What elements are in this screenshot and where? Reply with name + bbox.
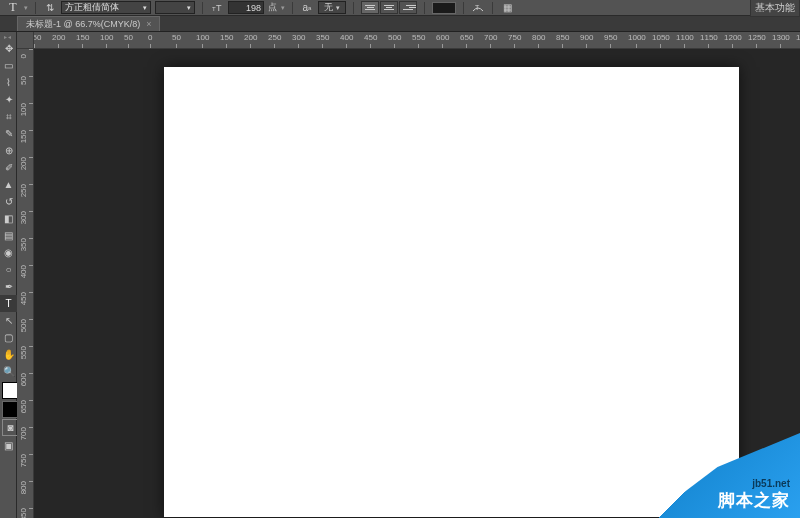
font-size-input[interactable] (228, 1, 264, 14)
ruler-tick: 550 (17, 346, 34, 361)
brush-tool[interactable]: ✐ (0, 159, 17, 176)
aa-icon: aa (300, 1, 314, 15)
ruler-tick: 750 (508, 32, 521, 49)
document-tab-bar: 未标题-1 @ 66.7%(CMYK/8) × (0, 16, 800, 32)
character-panel-icon[interactable]: ▦ (500, 1, 514, 15)
antialias-select[interactable]: 无 ▾ (318, 1, 346, 14)
align-right-button[interactable] (399, 1, 417, 14)
options-bar: T ▾ ⇅ 方正粗倩简体 ▾ ▾ TT 点 ▾ aa 无 ▾ T ▦ 基本功能 (0, 0, 800, 16)
ruler-tick: 300 (292, 32, 305, 49)
orientation-icon[interactable]: ⇅ (43, 1, 57, 15)
ruler-tick: 1300 (772, 32, 790, 49)
ruler-tick: 100 (17, 103, 34, 118)
ruler-tick: 650 (17, 400, 34, 415)
ruler-tick: 1150 (700, 32, 718, 49)
watermark-url: jb51.net (752, 478, 790, 489)
ruler-tick: 250 (34, 32, 41, 49)
path-selection-tool[interactable]: ↖ (0, 312, 17, 329)
ruler-tick: 600 (436, 32, 449, 49)
text-color-swatch[interactable] (432, 2, 456, 14)
blur-tool[interactable]: ◉ (0, 244, 17, 261)
hand-tool[interactable]: ✋ (0, 346, 17, 363)
eyedropper-tool[interactable]: ✎ (0, 125, 17, 142)
ruler-tick: 350 (316, 32, 329, 49)
lasso-tool[interactable]: ⌇ (0, 74, 17, 91)
dodge-tool[interactable]: ○ (0, 261, 17, 278)
ruler-tick: 950 (604, 32, 617, 49)
history-brush-tool[interactable]: ↺ (0, 193, 17, 210)
gradient-tool[interactable]: ▤ (0, 227, 17, 244)
separator (353, 2, 354, 14)
separator (492, 2, 493, 14)
ruler-tick: 700 (17, 427, 34, 442)
magic-wand-tool[interactable]: ✦ (0, 91, 17, 108)
watermark: jb51.net 脚本之家 (650, 433, 800, 518)
ruler-tick: 100 (100, 32, 113, 49)
warp-text-icon[interactable]: T (471, 1, 485, 15)
ruler-tick: 750 (17, 454, 34, 469)
ruler-tick: 450 (364, 32, 377, 49)
ruler-tick: 300 (17, 211, 34, 226)
marquee-tool[interactable]: ▭ (0, 57, 17, 74)
type-tool-indicator: T (6, 1, 20, 15)
ruler-tick: 200 (244, 32, 257, 49)
ruler-tick: 500 (17, 319, 34, 334)
ruler-tick: 900 (580, 32, 593, 49)
align-center-button[interactable] (380, 1, 398, 14)
ruler-tick: 1200 (724, 32, 742, 49)
size-icon: TT (210, 1, 224, 15)
ruler-tick: 250 (17, 184, 34, 199)
ruler-tick: 550 (412, 32, 425, 49)
tool-preset-dropdown[interactable]: ▾ (24, 3, 28, 13)
workspace-label[interactable]: 基本功能 (750, 0, 800, 17)
ruler-tick: 50 (17, 76, 34, 87)
document-tab[interactable]: 未标题-1 @ 66.7%(CMYK/8) × (17, 16, 160, 31)
ruler-tick: 0 (148, 32, 152, 49)
close-tab-icon[interactable]: × (146, 19, 151, 29)
ruler-tick: 150 (76, 32, 89, 49)
clone-stamp-tool[interactable]: ▲ (0, 176, 17, 193)
eraser-tool[interactable]: ◧ (0, 210, 17, 227)
ruler-tick: 600 (17, 373, 34, 388)
zoom-tool[interactable]: 🔍 (0, 363, 17, 380)
font-style-select[interactable]: ▾ (155, 1, 195, 14)
ruler-tick: 1250 (748, 32, 766, 49)
type-tool[interactable]: T (0, 295, 17, 312)
vertical-ruler[interactable]: 0501001502002503003504004505005506006507… (17, 49, 34, 518)
aa-value: 无 (324, 1, 333, 14)
ruler-tick: 1100 (676, 32, 694, 49)
ruler-tick: 400 (340, 32, 353, 49)
ruler-tick: 250 (268, 32, 281, 49)
ruler-tick: 50 (172, 32, 181, 49)
healing-brush-tool[interactable]: ⊕ (0, 142, 17, 159)
ruler-tick: 1350 (796, 32, 800, 49)
align-left-button[interactable] (361, 1, 379, 14)
ruler-tick: 1000 (628, 32, 646, 49)
ruler-tick: 0 (17, 49, 34, 60)
pen-tool[interactable]: ✒ (0, 278, 17, 295)
font-family-select[interactable]: 方正粗倩简体 ▾ (61, 1, 151, 14)
ruler-tick: 1050 (652, 32, 670, 49)
text-align-group (361, 1, 417, 14)
move-tool[interactable]: ✥ (0, 40, 17, 57)
separator (424, 2, 425, 14)
toolbar: ▸◂ ✥▭⌇✦⌗✎⊕✐▲↺◧▤◉○✒T↖▢✋🔍 ◙ ▣ (0, 32, 17, 518)
separator (35, 2, 36, 14)
font-family-value: 方正粗倩简体 (65, 1, 119, 14)
separator (292, 2, 293, 14)
screen-mode-toggle[interactable]: ▣ (0, 437, 17, 454)
svg-text:T: T (212, 6, 216, 12)
ruler-tick: 350 (17, 238, 34, 253)
svg-text:T: T (475, 4, 480, 11)
ruler-tick: 200 (52, 32, 65, 49)
horizontal-ruler[interactable]: 2502001501005005010015020025030035040045… (34, 32, 800, 49)
shape-tool[interactable]: ▢ (0, 329, 17, 346)
separator (463, 2, 464, 14)
size-dropdown[interactable]: ▾ (281, 3, 285, 13)
toolbar-grip[interactable]: ▸◂ (0, 32, 16, 40)
ruler-tick: 850 (17, 508, 34, 518)
crop-tool[interactable]: ⌗ (0, 108, 17, 125)
ruler-tick: 650 (460, 32, 473, 49)
ruler-origin[interactable] (17, 32, 34, 49)
ruler-tick: 100 (196, 32, 209, 49)
